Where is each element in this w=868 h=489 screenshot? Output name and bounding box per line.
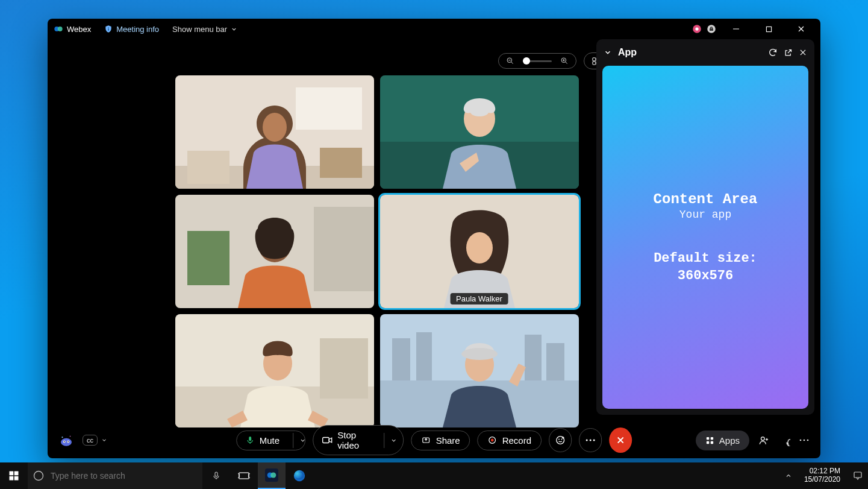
svg-point-64 [761,437,765,441]
task-view-icon[interactable] [230,462,258,489]
taskbar-search[interactable] [28,462,202,489]
shield-info-icon [104,25,113,33]
titlebar-left: Webex Meeting info Show menu bar [54,24,237,34]
mute-button[interactable]: Mute [236,431,306,450]
assistant-icon[interactable] [58,432,74,448]
lock-icon[interactable] [706,24,717,34]
webex-window: Webex Meeting info Show menu bar [48,19,820,458]
tray-chevron-icon[interactable] [785,472,792,479]
meeting-info-button[interactable]: Meeting info [104,25,159,34]
zoom-thumb[interactable] [523,57,530,65]
refresh-icon[interactable] [768,48,778,57]
start-button[interactable] [0,462,28,489]
show-menubar-button[interactable]: Show menu bar [172,25,237,34]
webex-logo-icon [54,24,63,34]
video-grid-area: Paula Walker [120,75,634,415]
titlebar: Webex Meeting info Show menu bar [48,19,820,39]
meeting-info-label: Meeting info [116,25,159,34]
more-button[interactable] [579,428,602,452]
svg-rect-63 [711,441,713,443]
svg-rect-16 [296,87,362,130]
clock-date: 15/07/2020 [804,476,840,484]
svg-rect-18 [187,151,229,184]
svg-rect-39 [546,343,564,380]
captions-toggle[interactable]: cc [83,435,107,446]
svg-point-55 [558,439,560,440]
close-icon[interactable] [799,48,807,57]
zoom-in-icon[interactable] [560,57,569,65]
app-panel-title: App [618,47,637,58]
search-input[interactable] [51,471,195,481]
video-tile[interactable] [380,314,579,427]
stop-video-button[interactable]: Stop video [313,425,404,455]
chevron-down-icon[interactable] [604,48,612,57]
taskbar-icons [202,462,313,489]
share-icon [422,435,431,445]
encryption-indicators [692,24,717,34]
svg-rect-38 [525,335,542,380]
titlebar-right [692,20,814,38]
video-tile[interactable] [175,195,374,308]
taskbar-tray: 02:12 PM 15/07/2020 [785,467,868,484]
svg-rect-69 [14,472,19,476]
apps-grid-icon [705,436,714,445]
end-call-button[interactable] [609,427,632,453]
window-minimize-button[interactable] [723,20,749,38]
video-tile[interactable] [175,314,374,427]
zoom-out-icon[interactable] [506,57,514,65]
window-close-button[interactable] [788,20,814,38]
svg-rect-24 [314,207,374,291]
video-tile-active[interactable]: Paula Walker [380,195,579,308]
notifications-icon[interactable] [852,470,863,481]
chevron-down-icon [101,437,107,443]
svg-rect-73 [215,472,217,476]
video-tile[interactable] [175,75,374,189]
svg-point-59 [593,440,595,441]
zoom-slider[interactable] [498,53,576,69]
svg-rect-74 [239,473,249,479]
svg-rect-68 [10,472,14,476]
mic-icon [245,435,255,445]
show-menubar-label: Show menu bar [172,25,227,34]
callbar-center: Mute Stop video Share Record [236,425,632,455]
zoom-track[interactable] [523,60,552,62]
stop-video-label: Stop video [337,430,370,450]
apps-button[interactable]: Apps [696,431,749,450]
brand[interactable]: Webex [54,24,91,34]
share-button[interactable]: Share [411,431,470,450]
record-button[interactable]: Record [478,431,542,450]
svg-point-66 [804,440,805,441]
taskbar-app-edge[interactable] [286,462,313,489]
cortana-mic-icon[interactable] [202,462,230,489]
svg-rect-32 [320,338,368,399]
svg-point-47 [61,437,63,438]
callbar-left: cc [58,432,107,448]
reactions-button[interactable] [549,428,572,452]
svg-rect-81 [854,472,861,478]
taskbar-app-webex[interactable] [258,462,286,489]
taskbar-clock[interactable]: 02:12 PM 15/07/2020 [801,467,844,484]
video-grid: Paula Walker [175,75,579,427]
mute-dropdown[interactable] [293,433,305,448]
more-options-icon[interactable] [799,438,810,442]
video-tile[interactable] [380,75,579,189]
svg-point-2 [108,27,109,28]
chat-icon[interactable] [778,434,790,446]
svg-point-56 [561,439,562,440]
svg-point-72 [34,472,43,481]
svg-point-46 [67,441,69,443]
call-bar: cc Mute Stop video Share [48,422,820,458]
record-label: Record [502,435,531,446]
window-maximize-button[interactable] [755,20,782,38]
video-dropdown[interactable] [384,433,404,448]
participants-icon[interactable] [758,434,770,446]
callbar-right: Apps [696,431,810,450]
popout-icon[interactable] [784,48,793,57]
svg-rect-60 [707,437,709,439]
app-panel: App Content Area Your app Default size: … [596,39,814,415]
svg-point-29 [466,232,493,263]
default-size-label: Default size: [654,251,757,266]
recording-dot-icon[interactable] [692,24,702,34]
svg-point-65 [800,440,802,441]
mute-label: Mute [260,435,279,446]
